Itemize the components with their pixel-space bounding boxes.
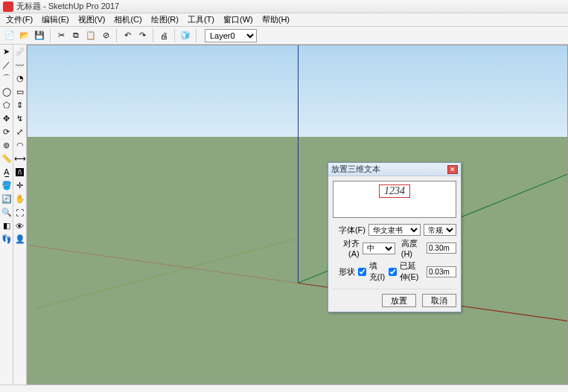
window-title: 无标题 - SketchUp Pro 2017 bbox=[16, 1, 119, 12]
main-toolbar: 📄 📂 💾 ✂ ⧉ 📋 ⊘ ↶ ↷ 🖨 🧊 Layer0 bbox=[0, 27, 568, 45]
cancel-button[interactable]: 取消 bbox=[422, 294, 456, 307]
menu-file[interactable]: 文件(F) bbox=[1, 13, 37, 26]
fill-checkbox[interactable] bbox=[358, 268, 366, 276]
menu-bar: 文件(F) 编辑(E) 视图(V) 相机(C) 绘图(R) 工具(T) 窗口(W… bbox=[0, 13, 568, 27]
viewport-3d[interactable] bbox=[27, 45, 568, 385]
delete-icon[interactable]: ⊘ bbox=[99, 29, 112, 42]
dialog-body: 1234 字体(F) 华文隶书 常规 对齐(A) 中 高度(H) 形状 填充(I… bbox=[328, 176, 461, 312]
menu-tools[interactable]: 工具(T) bbox=[183, 13, 219, 26]
extrude-label: 已延伸(E) bbox=[400, 260, 424, 283]
main-area: ➤ ／ ⌒ ◯ ⬠ ✥ ⟳ ⊚ 📏 A̲ 🪣 🔄 🔍 ◧ 👣 🩹 〰 ◔ ▭ ⇕… bbox=[0, 45, 568, 385]
extrude-input[interactable] bbox=[427, 266, 456, 277]
open-file-icon[interactable]: 📂 bbox=[18, 29, 31, 42]
paste-icon[interactable]: 📋 bbox=[84, 29, 98, 42]
layer-dropdown[interactable]: Layer0 bbox=[205, 29, 257, 42]
circle-tool-icon[interactable]: ◯ bbox=[1, 86, 12, 97]
cut-icon[interactable]: ✂ bbox=[54, 29, 68, 42]
height-label: 高度(H) bbox=[401, 238, 424, 258]
align-select[interactable]: 中 bbox=[363, 242, 395, 254]
arc-tool-icon[interactable]: ⌒ bbox=[1, 73, 12, 84]
text-tool-icon[interactable]: A̲ bbox=[1, 167, 12, 178]
preview-text: 1234 bbox=[379, 184, 410, 198]
section-tool-icon[interactable]: ◧ bbox=[1, 220, 12, 231]
tape-tool-icon[interactable]: 📏 bbox=[1, 153, 12, 164]
pan-tool-icon[interactable]: ✋ bbox=[14, 193, 25, 205]
extrude-checkbox[interactable] bbox=[389, 268, 397, 276]
app-icon bbox=[3, 1, 13, 12]
axes-tool-icon[interactable]: ✛ bbox=[14, 180, 25, 191]
3dtext-tool-icon[interactable]: 🅰 bbox=[14, 167, 25, 178]
pie-tool-icon[interactable]: ◔ bbox=[14, 73, 25, 84]
dialog-title-bar[interactable]: 放置三维文本 ✕ bbox=[328, 163, 461, 176]
tool-column-2: 🩹 〰 ◔ ▭ ⇕ ↯ ⤢ ◠ ⟷ 🅰 ✛ ✋ ⛶ 👁 👤 bbox=[13, 45, 27, 385]
walk-tool-icon[interactable]: 👣 bbox=[1, 234, 12, 245]
separator bbox=[153, 29, 153, 42]
menu-view[interactable]: 视图(V) bbox=[74, 13, 110, 26]
zoom-tool-icon[interactable]: 🔍 bbox=[1, 207, 12, 218]
separator bbox=[116, 29, 117, 42]
height-input[interactable] bbox=[427, 242, 456, 254]
zoom-extents-icon[interactable]: ⛶ bbox=[14, 207, 25, 218]
menu-edit[interactable]: 编辑(E) bbox=[37, 13, 74, 26]
move-tool-icon[interactable]: ✥ bbox=[1, 113, 12, 124]
align-label: 对齐(A) bbox=[333, 238, 360, 258]
dimension-tool-icon[interactable]: ⟷ bbox=[14, 153, 25, 164]
fill-label: 填充(I) bbox=[369, 260, 386, 283]
print-icon[interactable]: 🖨 bbox=[157, 29, 170, 42]
followme-tool-icon[interactable]: ↯ bbox=[14, 113, 25, 124]
undo-icon[interactable]: ↶ bbox=[121, 29, 134, 42]
dialog-title-text: 放置三维文本 bbox=[331, 164, 380, 175]
separator bbox=[174, 29, 175, 42]
menu-camera[interactable]: 相机(C) bbox=[109, 13, 146, 26]
copy-icon[interactable]: ⧉ bbox=[69, 29, 83, 42]
close-icon[interactable]: ✕ bbox=[447, 165, 458, 174]
position-camera-icon[interactable]: 👤 bbox=[14, 234, 25, 245]
new-file-icon[interactable]: 📄 bbox=[3, 29, 16, 42]
paint-tool-icon[interactable]: 🪣 bbox=[1, 180, 12, 191]
status-bar bbox=[0, 385, 568, 392]
scale-tool-icon[interactable]: ⤢ bbox=[14, 126, 25, 138]
shape-label: 形状 bbox=[333, 266, 355, 277]
save-file-icon[interactable]: 💾 bbox=[33, 29, 46, 42]
menu-draw[interactable]: 绘图(R) bbox=[147, 13, 183, 26]
separator bbox=[50, 29, 51, 42]
orbit-tool-icon[interactable]: 🔄 bbox=[1, 193, 12, 205]
title-bar: 无标题 - SketchUp Pro 2017 bbox=[0, 0, 568, 13]
redo-icon[interactable]: ↷ bbox=[135, 29, 149, 42]
font-select[interactable]: 华文隶书 bbox=[368, 224, 421, 236]
polygon-tool-icon[interactable]: ⬠ bbox=[1, 100, 12, 111]
pushpull-tool-icon[interactable]: ⇕ bbox=[14, 100, 25, 111]
model-info-icon[interactable]: 🧊 bbox=[179, 29, 192, 42]
tool-column-1: ➤ ／ ⌒ ◯ ⬠ ✥ ⟳ ⊚ 📏 A̲ 🪣 🔄 🔍 ◧ 👣 bbox=[0, 45, 13, 385]
rectangle-tool-icon[interactable]: ▭ bbox=[14, 86, 25, 97]
axis-blue bbox=[298, 45, 299, 283]
place-3d-text-dialog: 放置三维文本 ✕ 1234 字体(F) 华文隶书 常规 对齐(A) 中 高度(H… bbox=[328, 162, 462, 312]
text-preview[interactable]: 1234 bbox=[333, 181, 456, 218]
place-button[interactable]: 放置 bbox=[382, 294, 416, 307]
look-tool-icon[interactable]: 👁 bbox=[14, 220, 25, 231]
menu-window[interactable]: 窗口(W) bbox=[219, 13, 258, 26]
offset-tool-icon[interactable]: ⊚ bbox=[1, 140, 12, 151]
line-tool-icon[interactable]: ／ bbox=[1, 60, 12, 71]
separator bbox=[196, 29, 197, 42]
menu-help[interactable]: 帮助(H) bbox=[258, 13, 294, 26]
rotate-tool-icon[interactable]: ⟳ bbox=[1, 126, 12, 138]
font-style-select[interactable]: 常规 bbox=[424, 224, 456, 236]
protractor-tool-icon[interactable]: ◠ bbox=[14, 140, 25, 151]
select-tool-icon[interactable]: ➤ bbox=[1, 46, 12, 57]
freehand-tool-icon[interactable]: 〰 bbox=[14, 60, 25, 71]
font-label: 字体(F) bbox=[333, 225, 366, 236]
eraser-tool-icon[interactable]: 🩹 bbox=[14, 46, 25, 57]
